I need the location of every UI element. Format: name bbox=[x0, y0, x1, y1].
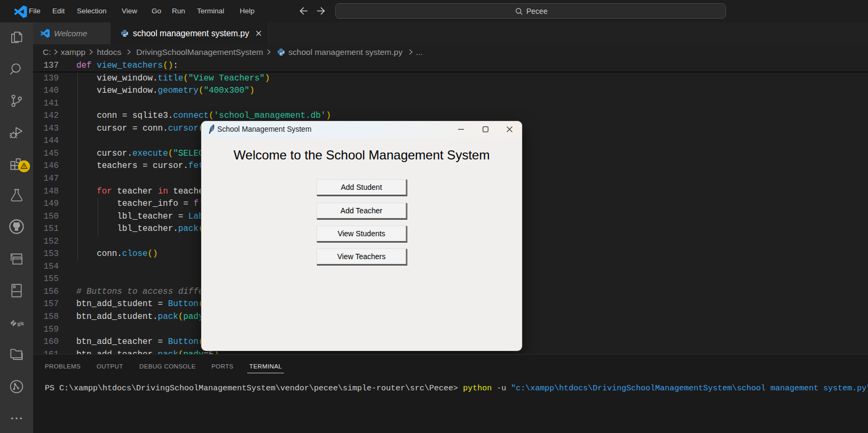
svg-text:git: git bbox=[17, 320, 24, 326]
